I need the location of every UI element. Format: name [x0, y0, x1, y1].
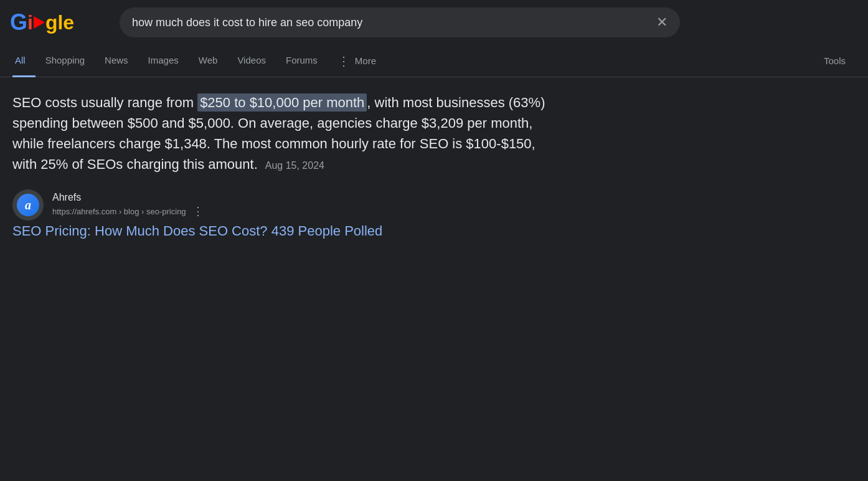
google-logo[interactable]: G i gle: [10, 4, 110, 41]
snippet-text-before: SEO costs usually range from: [12, 95, 197, 110]
article-title-link[interactable]: SEO Pricing: How Much Does SEO Cost? 439…: [12, 223, 548, 239]
more-label: More: [355, 55, 376, 66]
source-info: Ahrefs https://ahrefs.com › blog › seo-p…: [52, 192, 204, 218]
logo-play-icon: [34, 16, 45, 29]
main-content: SEO costs usually range from $250 to $10…: [0, 77, 560, 254]
header: G i gle ✕: [0, 0, 868, 45]
tab-images[interactable]: Images: [138, 45, 189, 77]
logo-letter-g: G: [10, 9, 27, 36]
article-title-text: SEO Pricing: How Much Does SEO Cost? 439…: [12, 223, 382, 239]
logo-letter-o1: i: [27, 11, 33, 34]
featured-snippet: SEO costs usually range from $250 to $10…: [12, 92, 548, 174]
more-tabs-button[interactable]: ⋮ More: [328, 45, 386, 77]
favicon-inner: a: [17, 194, 39, 216]
source-row: a Ahrefs https://ahrefs.com › blog › seo…: [12, 189, 548, 221]
tab-shopping[interactable]: Shopping: [35, 45, 95, 77]
snippet-date: Aug 15, 2024: [265, 160, 324, 171]
source-favicon: a: [12, 189, 44, 221]
source-menu-icon[interactable]: ⋮: [192, 204, 204, 218]
source-url: https://ahrefs.com › blog › seo-pricing: [52, 207, 186, 216]
source-url-row: https://ahrefs.com › blog › seo-pricing …: [52, 204, 204, 218]
search-nav: All Shopping News Images Web Videos Foru…: [0, 45, 868, 77]
snippet-text: SEO costs usually range from $250 to $10…: [12, 92, 548, 174]
tools-button[interactable]: Tools: [814, 45, 856, 77]
favicon-letter: a: [25, 198, 31, 212]
tab-forums[interactable]: Forums: [276, 45, 328, 77]
tab-all[interactable]: All: [12, 45, 35, 77]
tab-videos[interactable]: Videos: [227, 45, 276, 77]
search-input[interactable]: [132, 16, 649, 29]
snippet-highlight: $250 to $10,000 per month: [197, 93, 367, 112]
clear-search-button[interactable]: ✕: [656, 14, 668, 31]
tab-news[interactable]: News: [95, 45, 138, 77]
tab-web[interactable]: Web: [189, 45, 228, 77]
logo-letter-igle: gle: [45, 11, 74, 34]
more-dots-icon: ⋮: [337, 54, 351, 69]
source-name: Ahrefs: [52, 192, 204, 203]
search-bar[interactable]: ✕: [120, 7, 680, 37]
